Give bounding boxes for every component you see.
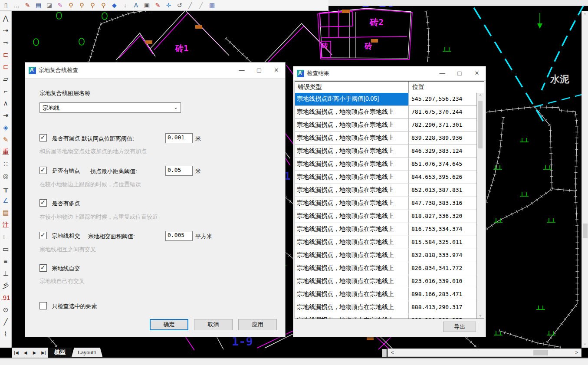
error-type-cell[interactable]: 宗地线漏拐点，地物顶点在宗地线上 — [295, 249, 409, 262]
position-cell[interactable]: 839.228,389.936 — [409, 132, 476, 145]
zoom-out-icon[interactable]: ⚲ — [88, 0, 98, 10]
script-icon[interactable]: 彡 — [0, 279, 11, 291]
error-type-cell[interactable]: 宗地线漏拐点，地物顶点在宗地线上 — [295, 314, 409, 319]
position-cell[interactable]: 545.297,556.234 — [409, 93, 476, 105]
cancel-button[interactable]: 取消 — [194, 319, 233, 330]
error-type-cell[interactable]: 宗地线漏拐点，地物顶点在宗地线上 — [295, 171, 409, 184]
position-cell[interactable]: 898.166,283.471 — [409, 288, 476, 301]
position-cell[interactable]: 823.016,339.010 — [409, 275, 476, 288]
result-row[interactable]: 宗地线漏拐点，地物顶点在宗地线上846.329,383.124 — [295, 145, 476, 158]
result-row[interactable]: 宗地线漏拐点，地物顶点在宗地线上888.310,288.255 — [295, 314, 476, 319]
check-row-multi-point[interactable]: 是否有多点 — [39, 199, 80, 207]
error-type-cell[interactable]: 宗地线漏拐点，地物顶点在宗地线上 — [295, 132, 409, 145]
zoom-in-icon[interactable]: ⚲ — [77, 0, 87, 10]
channel2-red-icon[interactable]: ⊏ — [0, 60, 11, 72]
error-type-cell[interactable]: 宗地线拐点距离小于阈值[0.05] — [295, 93, 409, 105]
error-type-cell[interactable]: 宗地线漏拐点，地物顶点在宗地线上 — [295, 158, 409, 171]
position-cell[interactable]: 832.818,333.974 — [409, 249, 476, 262]
decimal-icon[interactable]: .91 — [0, 291, 11, 303]
error-type-cell[interactable]: 宗地线漏拐点，地物顶点在宗地线上 — [295, 223, 409, 236]
position-cell[interactable]: 826.834,341.772 — [409, 262, 476, 275]
scroll-down-icon[interactable]: ⌄ — [582, 340, 588, 347]
position-cell[interactable]: 846.329,383.124 — [409, 145, 476, 158]
canvas-vscrollbar[interactable]: ⌃ ⌄ — [581, 11, 588, 348]
rectangle-icon[interactable]: ▭ — [0, 243, 11, 255]
fence-h-icon[interactable]: ╥ — [0, 182, 11, 194]
scroll-up-icon[interactable]: ⌃ — [477, 93, 484, 100]
threshold-input[interactable]: 0.001 — [165, 133, 193, 143]
ground-icon[interactable]: ⊥ — [0, 267, 11, 279]
position-cell[interactable]: 851.076,374.645 — [409, 158, 476, 171]
canvas-hscrollbar[interactable]: < > — [388, 349, 581, 357]
checkbox[interactable] — [39, 264, 47, 272]
error-type-cell[interactable]: 宗地线漏拐点，地物顶点在宗地线上 — [295, 301, 409, 314]
results-vscrollbar[interactable]: ⌃ ⌄ — [476, 93, 484, 319]
error-type-cell[interactable]: 宗地线漏拐点，地物顶点在宗地线上 — [295, 275, 409, 288]
position-cell[interactable]: 847.738,383.316 — [409, 197, 476, 210]
checkbox[interactable] — [39, 232, 47, 239]
zoom-extents-icon[interactable]: ⚲ — [99, 0, 108, 10]
position-cell[interactable]: 888.310,288.255 — [409, 314, 476, 319]
result-row[interactable]: 宗地线拐点距离小于阈值[0.05]545.297,556.234 — [295, 93, 476, 106]
error-type-cell[interactable]: 宗地线漏拐点，地物顶点在宗地线上 — [295, 119, 409, 132]
close-icon[interactable]: ✕ — [268, 65, 285, 76]
threshold-input[interactable]: 0.005 — [165, 231, 193, 241]
checkbox[interactable] — [39, 167, 47, 174]
rotate-icon[interactable]: ↺ — [174, 0, 184, 10]
checkbox[interactable] — [39, 134, 47, 141]
tag-orange-icon[interactable]: ✎ — [0, 133, 11, 145]
rect-pen-icon[interactable]: ▱ — [0, 72, 11, 85]
dash-point-icon[interactable]: ⊸ — [0, 36, 11, 48]
table-icon[interactable]: ▥ — [207, 0, 217, 10]
result-row[interactable]: 宗地线漏拐点，地物顶点在宗地线上847.738,383.316 — [295, 197, 476, 210]
layers-icon[interactable]: ≡ — [0, 255, 11, 267]
threshold-input[interactable]: 0.05 — [165, 166, 193, 176]
minimize-icon[interactable]: — — [434, 68, 451, 79]
export-button[interactable]: 导出 — [443, 322, 476, 332]
error-type-cell[interactable]: 宗地线漏拐点，地物顶点在宗地线上 — [295, 197, 409, 210]
camera-icon[interactable]: ◎ — [0, 170, 11, 182]
layer-select[interactable]: 宗地线 ⌄ — [39, 102, 181, 113]
error-type-cell[interactable]: 宗地线漏拐点，地物顶点在宗地线上 — [295, 210, 409, 223]
results-scroll-thumb[interactable] — [478, 101, 483, 148]
result-row[interactable]: 宗地线漏拐点，地物顶点在宗地线上839.228,389.936 — [295, 132, 476, 145]
arrow-dots-icon[interactable]: ⇥ — [0, 109, 11, 121]
sync-icon[interactable]: ◆ — [109, 0, 119, 10]
offset-tool-icon[interactable]: ⇢ — [0, 24, 11, 36]
prev-tab-button[interactable]: ◀ — [21, 348, 30, 358]
scroll-left-icon[interactable]: < — [389, 349, 396, 356]
polyline-icon[interactable]: ╱ — [196, 0, 206, 10]
dialog-titlebar[interactable]: 宗地复合线检查 — ▢ ✕ — [25, 62, 285, 79]
result-row[interactable]: 宗地线漏拐点，地物顶点在宗地线上844.653,395.626 — [295, 171, 476, 184]
list-icon[interactable]: … — [12, 0, 22, 10]
panel-icon[interactable]: ▣ — [142, 0, 152, 10]
corner-icon[interactable]: ⌐ — [0, 85, 11, 97]
error-type-cell[interactable]: 宗地线漏拐点，地物顶点在宗地线上 — [295, 236, 409, 249]
polygon-icon[interactable]: ∟ — [0, 230, 11, 243]
error-type-cell[interactable]: 宗地线漏拐点，地物顶点在宗地线上 — [295, 288, 409, 301]
scrollbar-splitter[interactable] — [382, 349, 387, 357]
error-type-cell[interactable]: 宗地线漏拐点，地物顶点在宗地线上 — [295, 106, 409, 118]
wavy-icon[interactable]: ⌇ — [0, 328, 11, 340]
edit-icon[interactable]: ✎ — [55, 0, 65, 10]
position-cell[interactable]: 888.413,290.317 — [409, 301, 476, 314]
line-point-icon[interactable]: ╱ — [0, 316, 11, 328]
result-row[interactable]: 宗地线漏拐点，地物顶点在宗地线上823.016,339.010 — [295, 275, 476, 288]
redline-icon[interactable]: ✎ — [153, 0, 163, 10]
apply-button[interactable]: 应用 — [238, 319, 277, 330]
check-row-self-intersect[interactable]: 宗地线自交 — [39, 264, 80, 273]
modify-icon[interactable]: ✎ — [23, 0, 33, 10]
check-row-intersect[interactable]: 宗地线相交 — [39, 232, 80, 240]
blocks-icon[interactable]: ∷ — [0, 158, 11, 170]
save-icon[interactable]: ▤ — [33, 0, 43, 10]
circle-point-icon[interactable]: ⊙ — [0, 303, 11, 316]
minimize-icon[interactable]: — — [233, 65, 250, 76]
polyline-icon[interactable]: ∧ — [0, 97, 11, 109]
tag-blue-icon[interactable]: ◈ — [0, 121, 11, 133]
text-style-icon[interactable]: A — [131, 0, 141, 10]
last-tab-button[interactable]: ▶| — [39, 348, 48, 358]
result-row[interactable]: 宗地线漏拐点，地物顶点在宗地线上782.290,371.301 — [295, 119, 476, 132]
line-icon[interactable]: ╱ — [185, 0, 195, 10]
checkbox[interactable] — [39, 199, 47, 207]
zoom-window-icon[interactable]: ⚲ — [66, 0, 76, 10]
